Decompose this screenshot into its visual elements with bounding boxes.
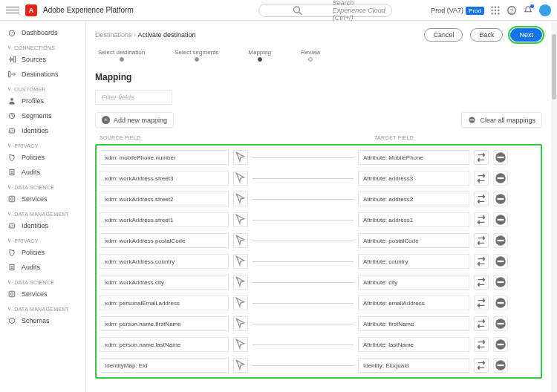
remove-icon[interactable] bbox=[493, 150, 508, 165]
search-input[interactable]: Search Experience Cloud (Ctrl+/) bbox=[258, 4, 392, 17]
cursor-icon[interactable] bbox=[233, 358, 248, 373]
help-icon[interactable]: ? bbox=[506, 5, 517, 16]
target-field[interactable]: Attribute: postalCode bbox=[358, 233, 469, 248]
sidebar-item-destinations[interactable]: Destinations bbox=[0, 67, 85, 82]
remove-icon[interactable] bbox=[493, 212, 508, 227]
target-field[interactable]: Attribute: address2 bbox=[358, 192, 469, 206]
target-field[interactable]: Identity: EloquaId bbox=[358, 358, 469, 373]
sidebar-group[interactable]: DATA MANAGEMENT bbox=[0, 301, 85, 313]
add-mapping-button[interactable]: +Add new mapping bbox=[95, 112, 174, 128]
source-field[interactable]: xdm: person.name.lastName bbox=[100, 337, 229, 352]
step-select-destination[interactable]: Select destination bbox=[98, 49, 145, 62]
scrollbar[interactable] bbox=[551, 21, 557, 392]
apps-icon[interactable] bbox=[490, 5, 501, 16]
bell-icon[interactable] bbox=[523, 5, 533, 16]
avatar[interactable] bbox=[539, 4, 551, 16]
swap-icon[interactable] bbox=[474, 212, 489, 227]
cursor-icon[interactable] bbox=[233, 212, 248, 227]
source-field[interactable]: xdm: mobilePhone.number bbox=[100, 150, 229, 165]
sidebar-item-policies[interactable]: Policies bbox=[0, 150, 85, 165]
target-field[interactable]: Attribute: MobilePhone bbox=[358, 150, 469, 165]
swap-icon[interactable] bbox=[474, 192, 489, 206]
swap-icon[interactable] bbox=[474, 275, 489, 290]
minus-circle-icon bbox=[468, 116, 476, 124]
sidebar-item-dashboards[interactable]: Dashboards bbox=[0, 25, 85, 40]
step-select-segments[interactable]: Select segments bbox=[175, 49, 218, 62]
cursor-icon[interactable] bbox=[233, 275, 248, 290]
target-field[interactable]: Attribute: lastName bbox=[358, 337, 469, 352]
scrollbar-thumb[interactable] bbox=[552, 34, 556, 99]
mapping-header: SOURCE FIELD TARGET FIELD bbox=[95, 135, 542, 140]
swap-icon[interactable] bbox=[474, 171, 489, 186]
source-field[interactable]: xdm: person.name.firstName bbox=[100, 316, 229, 331]
svg-point-8 bbox=[491, 13, 492, 14]
cursor-icon[interactable] bbox=[233, 233, 248, 248]
cursor-icon[interactable] bbox=[233, 150, 248, 165]
sidebar-group[interactable]: PRIVACY bbox=[0, 233, 85, 245]
remove-icon[interactable] bbox=[493, 192, 508, 206]
sidebar-group[interactable]: PRIVACY bbox=[0, 138, 85, 150]
remove-icon[interactable] bbox=[493, 316, 508, 331]
sidebar-item-audits[interactable]: Audits bbox=[0, 165, 85, 180]
remove-icon[interactable] bbox=[493, 254, 508, 269]
remove-icon[interactable] bbox=[493, 171, 508, 186]
sidebar-group[interactable]: DATA MANAGEMENT bbox=[0, 206, 85, 218]
sidebar-item-identities[interactable]: Identities bbox=[0, 123, 85, 138]
cursor-icon[interactable] bbox=[233, 254, 248, 269]
target-field[interactable]: Attribute: city bbox=[358, 275, 469, 290]
cursor-icon[interactable] bbox=[233, 295, 248, 310]
remove-icon[interactable] bbox=[493, 337, 508, 352]
sidebar-item-profiles[interactable]: Profiles bbox=[0, 94, 85, 108]
remove-icon[interactable] bbox=[493, 233, 508, 248]
cursor-icon[interactable] bbox=[233, 171, 248, 186]
target-field[interactable]: Attribute: firstName bbox=[358, 316, 469, 331]
target-field[interactable]: Attribute: address1 bbox=[358, 212, 469, 227]
sidebar-item-services[interactable]: Services bbox=[0, 287, 85, 301]
target-field[interactable]: Attribute: emailAddress bbox=[358, 295, 469, 310]
remove-icon[interactable] bbox=[493, 358, 508, 373]
source-field[interactable]: xdm: workAddress.street2 bbox=[100, 192, 229, 206]
sidebar-item-segments[interactable]: Segments bbox=[0, 108, 85, 123]
swap-icon[interactable] bbox=[474, 150, 489, 165]
target-field[interactable]: Attribute: country bbox=[358, 254, 469, 269]
source-field[interactable]: xdm: workAddress.street1 bbox=[100, 212, 229, 227]
breadcrumb-current: Activate destination bbox=[138, 31, 196, 39]
step-mapping[interactable]: Mapping bbox=[248, 49, 271, 62]
next-button[interactable]: Next bbox=[510, 28, 542, 42]
target-field[interactable]: Attribute: address3 bbox=[358, 171, 469, 186]
sidebar-item-sources[interactable]: Sources bbox=[0, 52, 85, 67]
sidebar-group[interactable]: CUSTOMER bbox=[0, 82, 85, 94]
menu-icon[interactable] bbox=[6, 4, 19, 17]
sidebar-item-audits[interactable]: Audits bbox=[0, 260, 85, 275]
swap-icon[interactable] bbox=[474, 337, 489, 352]
sidebar-item-schemas[interactable]: Schemas bbox=[0, 313, 85, 328]
step-review[interactable]: Review bbox=[301, 49, 320, 62]
clear-mappings-button[interactable]: Clear all mappings bbox=[461, 112, 542, 128]
swap-icon[interactable] bbox=[474, 316, 489, 331]
remove-icon[interactable] bbox=[493, 295, 508, 310]
source-field[interactable]: xdm: workAddress.city bbox=[100, 275, 229, 290]
sidebar-group[interactable]: CONNECTIONS bbox=[0, 40, 85, 52]
source-field[interactable]: IdentityMap: Eid bbox=[100, 358, 229, 373]
swap-icon[interactable] bbox=[474, 233, 489, 248]
source-field[interactable]: xdm: workAddress.postalCode bbox=[100, 233, 229, 248]
sidebar-item-services[interactable]: Services bbox=[0, 192, 85, 206]
cursor-icon[interactable] bbox=[233, 316, 248, 331]
source-field[interactable]: xdm: workAddress.street3 bbox=[100, 171, 229, 186]
cancel-button[interactable]: Cancel bbox=[424, 28, 463, 42]
swap-icon[interactable] bbox=[474, 254, 489, 269]
swap-icon[interactable] bbox=[474, 358, 489, 373]
breadcrumb-root[interactable]: Destinations bbox=[95, 31, 132, 39]
back-button[interactable]: Back bbox=[470, 28, 503, 42]
sidebar-item-identities[interactable]: Identities bbox=[0, 218, 85, 233]
source-field[interactable]: xdm: workAddress.country bbox=[100, 254, 229, 269]
cursor-icon[interactable] bbox=[233, 337, 248, 352]
source-field[interactable]: xdm: personalEmail.address bbox=[100, 295, 229, 310]
cursor-icon[interactable] bbox=[233, 192, 248, 206]
sidebar-group[interactable]: DATA SCIENCE bbox=[0, 180, 85, 192]
swap-icon[interactable] bbox=[474, 295, 489, 310]
sidebar-group[interactable]: DATA SCIENCE bbox=[0, 275, 85, 287]
filter-input[interactable]: Filter fields bbox=[95, 90, 172, 105]
remove-icon[interactable] bbox=[493, 275, 508, 290]
sidebar-item-policies[interactable]: Policies bbox=[0, 245, 85, 260]
